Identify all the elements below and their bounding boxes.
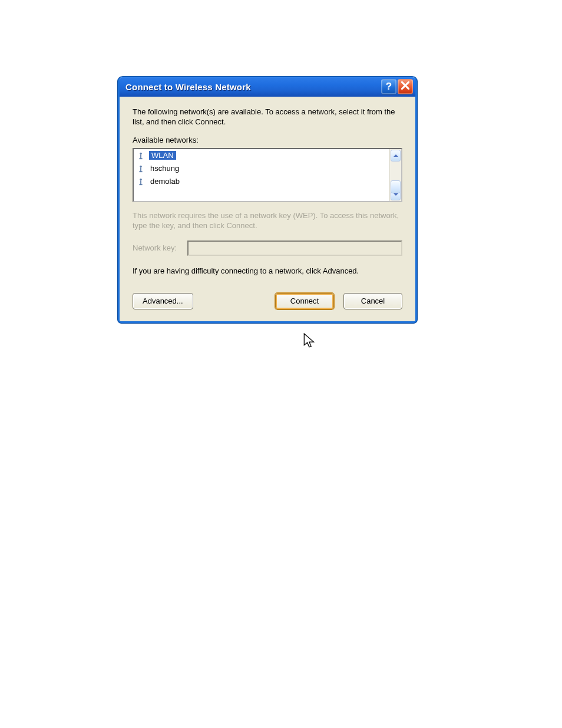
svg-rect-8 <box>139 184 142 185</box>
scroll-up-button[interactable] <box>391 150 401 162</box>
chevron-up-icon <box>394 151 398 160</box>
svg-rect-6 <box>140 179 142 181</box>
network-key-row: Network key: <box>133 241 402 256</box>
cancel-button[interactable]: Cancel <box>343 293 402 309</box>
network-key-label: Network key: <box>133 243 177 252</box>
svg-rect-5 <box>139 171 142 172</box>
scroll-thumb[interactable] <box>391 180 401 193</box>
svg-rect-4 <box>140 167 141 172</box>
advanced-help-text: If you are having difficulty connecting … <box>133 266 402 275</box>
dialog-title: Connect to Wireless Network <box>125 82 381 92</box>
wep-requirement-text: This network requires the use of a netwo… <box>133 210 402 231</box>
titlebar-buttons: ? <box>381 79 413 94</box>
network-name: WLAN <box>149 151 176 160</box>
close-icon <box>401 81 409 93</box>
network-item[interactable]: WLAN <box>134 149 389 162</box>
titlebar[interactable]: Connect to Wireless Network ? <box>120 77 415 97</box>
svg-rect-3 <box>140 166 142 168</box>
mouse-cursor-icon <box>303 333 316 351</box>
wireless-connect-dialog: Connect to Wireless Network ? The follow… <box>118 77 417 323</box>
svg-rect-1 <box>140 154 141 159</box>
scroll-track[interactable] <box>391 163 401 187</box>
available-networks-label: Available networks: <box>133 136 402 144</box>
help-button[interactable]: ? <box>381 79 396 94</box>
dialog-content: The following network(s) are available. … <box>120 97 415 321</box>
network-icon <box>136 177 146 186</box>
network-icon <box>136 164 146 173</box>
network-icon <box>136 151 146 160</box>
networks-listbox[interactable]: WLAN hschung demolab <box>133 148 402 202</box>
button-row: Advanced... Connect Cancel <box>133 293 402 309</box>
network-name: hschung <box>149 164 180 173</box>
network-name: demolab <box>149 177 181 186</box>
networks-list: WLAN hschung demolab <box>134 149 389 201</box>
network-item[interactable]: hschung <box>134 162 389 175</box>
intro-text: The following network(s) are available. … <box>133 107 402 127</box>
close-button[interactable] <box>398 79 413 94</box>
svg-rect-0 <box>140 153 142 155</box>
connect-button[interactable]: Connect <box>275 293 334 309</box>
advanced-button[interactable]: Advanced... <box>133 293 193 309</box>
listbox-scrollbar[interactable] <box>389 149 401 201</box>
svg-rect-2 <box>139 158 142 159</box>
help-icon: ? <box>386 81 392 93</box>
network-key-input <box>187 241 402 256</box>
network-item[interactable]: demolab <box>134 175 389 188</box>
svg-rect-7 <box>140 180 141 185</box>
